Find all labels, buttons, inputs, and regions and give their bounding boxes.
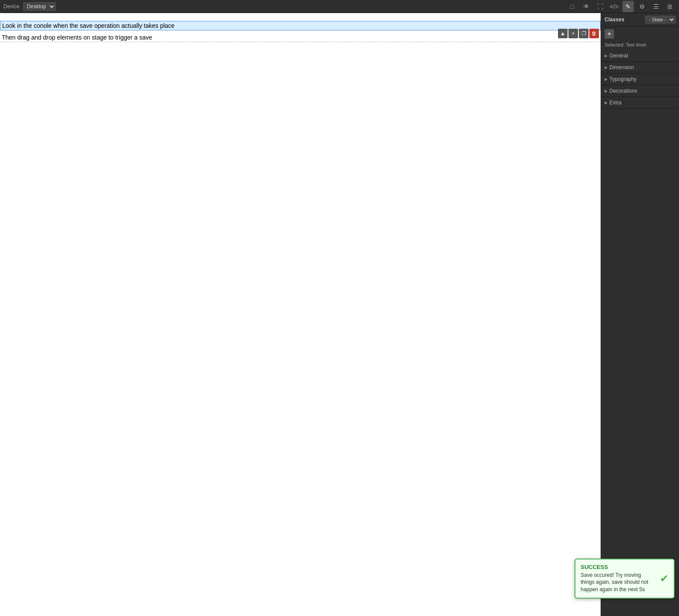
toast-content: SUCCESS Save occured! Try moving things … bbox=[581, 564, 655, 593]
classes-header: Classes - State - :hover :focus :active bbox=[601, 13, 679, 27]
toast-message: Save occured! Try moving things again, s… bbox=[581, 572, 655, 593]
add-element-button[interactable]: + bbox=[568, 29, 578, 38]
brush-icon-btn[interactable]: ✎ bbox=[622, 1, 634, 12]
selected-id: #nvh bbox=[636, 42, 646, 47]
decorations-label: Decorations bbox=[609, 88, 637, 94]
selected-type: Text bbox=[626, 42, 635, 47]
section-extra: ▶ Extra bbox=[601, 97, 679, 109]
selected-info: Selected: Text #nvh bbox=[601, 41, 679, 50]
dimension-label: Dimension bbox=[609, 64, 634, 70]
canvas-text-2[interactable]: Then drag and drop elements on stage to … bbox=[0, 33, 601, 42]
section-decorations: ▶ Decorations bbox=[601, 85, 679, 97]
toolbar: Device Desktop Tablet Mobile □ 👁 ⛶ </> ✎… bbox=[0, 0, 679, 13]
success-toast: SUCCESS Save occured! Try moving things … bbox=[575, 559, 675, 599]
canvas-area[interactable]: Look in the conole when the save operati… bbox=[0, 13, 601, 616]
settings-icon-btn[interactable]: ⚙ bbox=[636, 1, 648, 12]
code-icon-btn[interactable]: </> bbox=[608, 1, 620, 12]
extra-arrow-icon: ▶ bbox=[605, 100, 608, 105]
device-select[interactable]: Desktop Tablet Mobile bbox=[23, 2, 56, 11]
section-extra-header[interactable]: ▶ Extra bbox=[601, 97, 679, 108]
main-layout: Look in the conole when the save operati… bbox=[0, 13, 679, 616]
menu-icon-btn[interactable]: ☰ bbox=[650, 1, 662, 12]
square-icon-btn[interactable]: □ bbox=[567, 1, 578, 12]
section-typography: ▶ Typography bbox=[601, 74, 679, 85]
general-arrow-icon: ▶ bbox=[605, 54, 608, 58]
classes-title: Classes bbox=[605, 17, 643, 23]
toast-check-icon: ✔ bbox=[660, 572, 669, 585]
typography-label: Typography bbox=[609, 76, 637, 82]
dimension-arrow-icon: ▶ bbox=[605, 65, 608, 70]
section-general: ▶ General bbox=[601, 50, 679, 62]
general-label: General bbox=[609, 53, 628, 59]
properties-list: ▶ General ▶ Dimension ▶ Typography ▶ bbox=[601, 50, 679, 616]
element-actions: ▲ + ❐ 🗑 bbox=[558, 29, 599, 38]
expand-icon-btn[interactable]: ⛶ bbox=[595, 1, 606, 12]
right-panel: Classes - State - :hover :focus :active … bbox=[601, 13, 679, 616]
copy-element-button[interactable]: ❐ bbox=[579, 29, 588, 38]
state-dropdown[interactable]: - State - :hover :focus :active bbox=[645, 16, 676, 23]
preview-icon-btn[interactable]: 👁 bbox=[581, 1, 592, 12]
section-decorations-header[interactable]: ▶ Decorations bbox=[601, 85, 679, 97]
extra-label: Extra bbox=[609, 100, 622, 106]
section-general-header[interactable]: ▶ General bbox=[601, 50, 679, 61]
selected-label: Selected: bbox=[605, 42, 625, 47]
device-label: Device bbox=[3, 3, 20, 10]
move-up-button[interactable]: ▲ bbox=[558, 29, 568, 38]
toast-title: SUCCESS bbox=[581, 564, 655, 570]
typography-arrow-icon: ▶ bbox=[605, 77, 608, 81]
decorations-arrow-icon: ▶ bbox=[605, 89, 608, 93]
section-typography-header[interactable]: ▶ Typography bbox=[601, 74, 679, 85]
grid-icon-btn[interactable]: ⊞ bbox=[664, 1, 676, 12]
section-dimension: ▶ Dimension bbox=[601, 62, 679, 74]
canvas-text-1[interactable]: Look in the conole when the save operati… bbox=[0, 21, 601, 30]
delete-element-button[interactable]: 🗑 bbox=[589, 29, 599, 38]
add-class-button[interactable]: + bbox=[605, 29, 614, 39]
section-dimension-header[interactable]: ▶ Dimension bbox=[601, 62, 679, 73]
